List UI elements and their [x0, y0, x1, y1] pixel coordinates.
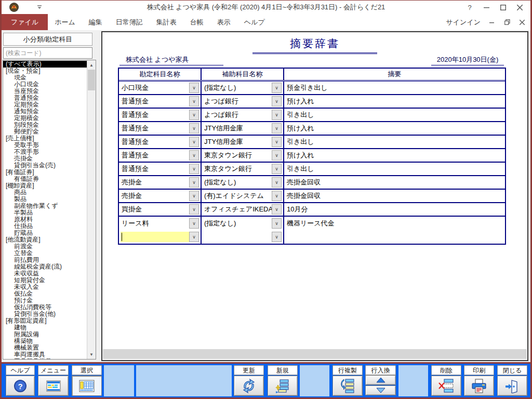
scroll-up-icon[interactable]: ▲ — [87, 61, 96, 69]
subaccount-cell[interactable]: オフィスチェアIKEDA∨ — [201, 203, 283, 216]
new-button-face[interactable] — [268, 376, 298, 396]
subaccount-cell-dropdown-icon[interactable]: ∨ — [272, 123, 282, 134]
account-cell[interactable]: 普通預金∨ — [119, 95, 201, 108]
toolbar-button-new[interactable]: 新規 — [268, 365, 298, 396]
summary-cell[interactable]: 預け入れ — [283, 95, 505, 108]
toolbar-button-refresh[interactable]: 更新 — [234, 365, 264, 396]
quick-access-dropdown-icon[interactable] — [37, 5, 42, 9]
titlebar-help-button[interactable]: ? — [463, 2, 476, 13]
toolbar-button-close[interactable]: 閉じる — [497, 365, 527, 396]
search-code-input[interactable] — [3, 47, 92, 59]
account-list[interactable]: (すべて表示)[現金・預金]現金小口現金当座預金普通預金定期預金通知預金定期積金… — [3, 60, 96, 360]
subaccount-cell-dropdown-icon[interactable]: ∨ — [272, 218, 282, 229]
scrollbar-thumb[interactable] — [88, 70, 95, 90]
menu-button-face[interactable] — [38, 376, 69, 396]
summary-cell[interactable]: 売掛金回収 — [283, 190, 505, 202]
active-summary-cell[interactable] — [283, 230, 505, 244]
toolbar-button-delete[interactable]: 削除 — [431, 365, 461, 396]
subaccount-cell[interactable]: 東京タウン銀行∨ — [201, 163, 283, 175]
account-cell[interactable]: 普通預金∨ — [119, 109, 201, 121]
summary-cell[interactable]: 預け入れ — [283, 122, 505, 135]
summary-cell[interactable]: 10月分 — [283, 203, 505, 216]
account-cell-dropdown-icon[interactable]: ∨ — [189, 83, 199, 93]
menu-item-6[interactable]: ヘルプ — [237, 14, 272, 30]
mdi-restore-button[interactable] — [501, 17, 513, 28]
subaccount-cell-dropdown-icon[interactable]: ∨ — [272, 110, 282, 120]
menu-item-0[interactable]: ホーム — [48, 14, 82, 30]
subaccount-cell[interactable]: よつば銀行∨ — [201, 109, 283, 121]
help-button-face[interactable]: ? — [6, 376, 35, 396]
maximize-button[interactable] — [496, 2, 510, 13]
account-cell[interactable]: 売掛金∨ — [119, 176, 201, 189]
print-button-face[interactable] — [464, 376, 494, 396]
menu-item-3[interactable]: 集計表 — [150, 14, 183, 30]
account-cell-dropdown-icon[interactable]: ∨ — [189, 123, 199, 134]
account-cell-dropdown-icon[interactable]: ∨ — [189, 177, 199, 188]
account-cell[interactable]: 小口現金∨ — [119, 82, 201, 94]
refresh-button-face[interactable] — [234, 376, 264, 396]
menu-tab-file[interactable]: ファイル — [2, 14, 48, 30]
minimize-button[interactable] — [480, 2, 493, 13]
mdi-close-button[interactable] — [516, 17, 528, 28]
subaccount-cell-dropdown-icon[interactable]: ∨ — [272, 191, 282, 201]
subaccount-cell-dropdown-icon[interactable]: ∨ — [272, 83, 282, 93]
summary-cell[interactable]: 預金引き出し — [283, 82, 505, 94]
account-cell-dropdown-icon[interactable]: ∨ — [189, 137, 199, 147]
account-cell[interactable]: 普通預金∨ — [119, 122, 201, 135]
scroll-down-icon[interactable]: ▼ — [87, 350, 96, 358]
account-cell-dropdown-icon[interactable]: ∨ — [189, 110, 199, 120]
toolbar-button-row-duplicate[interactable]: 行複製 — [332, 365, 363, 396]
select-button-face[interactable] — [72, 376, 102, 396]
account-cell-dropdown-icon[interactable]: ∨ — [189, 96, 199, 107]
subaccount-cell-dropdown-icon[interactable]: ∨ — [272, 164, 282, 174]
account-cell-dropdown-icon[interactable]: ∨ — [189, 150, 199, 161]
summary-cell[interactable]: 引き出し — [283, 163, 505, 175]
close-button-face[interactable] — [497, 376, 527, 396]
subaccount-cell-dropdown-icon[interactable]: ∨ — [272, 204, 282, 215]
account-cell-dropdown-icon[interactable]: ∨ — [189, 191, 199, 201]
menu-item-5[interactable]: 表示 — [210, 14, 237, 30]
toolbar-button-menu[interactable]: メニュー — [38, 365, 69, 396]
summary-cell[interactable]: 引き出し — [283, 109, 505, 121]
toolbar-button-row-swap[interactable]: 行入換 — [365, 365, 396, 395]
subaccount-cell-dropdown-icon[interactable]: ∨ — [272, 177, 282, 188]
subaccount-cell[interactable]: JTY信用金庫∨ — [201, 136, 283, 148]
row-swap-down-button[interactable] — [365, 385, 396, 395]
menu-item-2[interactable]: 日常簿記 — [109, 14, 150, 30]
subaccount-cell[interactable]: JTY信用金庫∨ — [201, 122, 283, 135]
subaccount-cell[interactable]: (指定なし)∨ — [201, 176, 283, 189]
sidebar-scrollbar[interactable]: ▲ ▼ — [87, 60, 96, 359]
row-duplicate-button-face[interactable] — [332, 376, 363, 396]
account-cell-dropdown-icon[interactable]: ∨ — [189, 164, 199, 174]
account-cell[interactable]: 買掛金∨ — [119, 203, 201, 216]
account-cell-dropdown-icon[interactable]: ∨ — [189, 204, 199, 215]
subaccount-dropdown-icon[interactable]: ∨ — [272, 232, 282, 242]
toolbar-button-print[interactable]: 印刷 — [464, 365, 494, 396]
summary-cell[interactable]: 機器リース代金 — [283, 217, 505, 230]
subaccount-cell[interactable]: よつば銀行∨ — [201, 95, 283, 108]
account-cell-dropdown-icon[interactable]: ∨ — [189, 218, 199, 229]
active-account-cell[interactable]: ∨ — [119, 230, 201, 244]
account-cell[interactable]: 売掛金∨ — [119, 190, 201, 202]
subaccount-cell[interactable]: (指定なし)∨ — [201, 217, 283, 230]
subaccount-cell[interactable]: 東京タウン銀行∨ — [201, 149, 283, 162]
toolbar-button-help[interactable]: ヘルプ? — [6, 365, 35, 396]
summary-cell[interactable]: 引き出し — [283, 136, 505, 148]
horizontal-scrollbar[interactable] — [103, 349, 527, 359]
close-button[interactable] — [513, 2, 526, 13]
menu-item-4[interactable]: 台帳 — [183, 14, 210, 30]
account-cell[interactable]: 普通預金∨ — [119, 136, 201, 148]
subaccount-cell-dropdown-icon[interactable]: ∨ — [272, 150, 282, 161]
sidebar-header-button[interactable]: 小分類/勘定科目 — [3, 33, 92, 46]
menu-item-1[interactable]: 編集 — [82, 14, 109, 30]
delete-button-face[interactable] — [431, 376, 461, 396]
row-swap-up-button[interactable] — [365, 375, 396, 385]
subaccount-cell[interactable]: (有)エイドシステム∨ — [201, 190, 283, 202]
sign-in-link[interactable]: サインイン — [446, 18, 481, 27]
sidebar-item[interactable]: 工具器具備品 — [3, 358, 87, 360]
account-cell[interactable]: 普通預金∨ — [119, 163, 201, 175]
active-subaccount-cell[interactable]: ∨ — [201, 230, 283, 244]
account-cell[interactable]: 普通預金∨ — [119, 149, 201, 162]
summary-cell[interactable]: 預け入れ — [283, 149, 505, 162]
summary-cell[interactable]: 売掛金回収 — [283, 176, 505, 189]
